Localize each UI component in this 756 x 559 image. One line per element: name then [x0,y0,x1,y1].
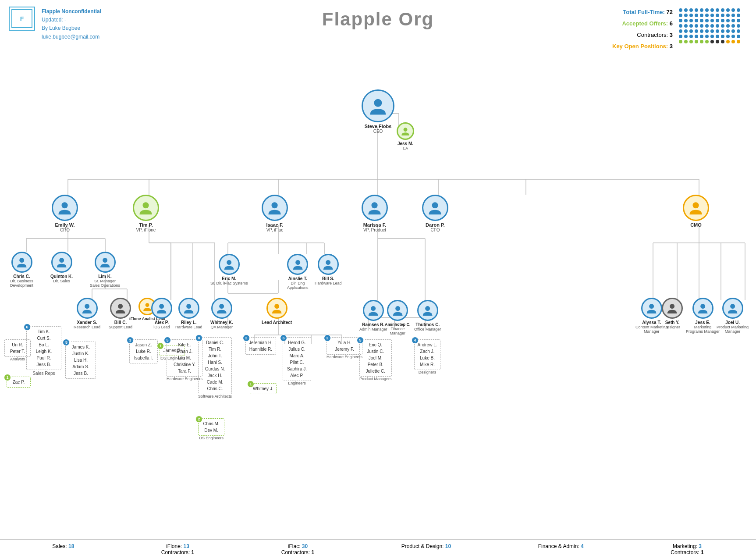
seth-y-node: Seth Y.Designer [662,298,683,329]
eric-m-node: Eric M.Sr. Dir. iFlac Systems [210,254,248,285]
svg-point-60 [731,29,735,33]
svg-point-81 [716,40,719,43]
svg-point-22 [721,14,724,17]
svg-point-70 [721,35,724,38]
riley-l-node: Riley L.Hardware Lead [175,298,202,329]
footer-finance: Finance & Admin: 4 [538,543,584,555]
svg-point-165 [274,304,279,309]
svg-point-164 [219,304,224,309]
ceo-node: Steve Flobs CEO [362,89,394,134]
daniel-box: 8 Daniel C.Tim R.John T.Hani S.Gurdas N.… [198,337,232,399]
dot-grid [677,7,747,48]
svg-point-145 [374,99,382,107]
svg-point-56 [710,29,714,33]
svg-point-23 [726,14,730,17]
svg-point-12 [731,8,735,12]
svg-point-50 [679,29,682,33]
svg-point-151 [432,203,438,209]
page-title: Flapple Org [322,9,434,30]
svg-point-83 [726,40,730,43]
sales-reps-box: 6 Tim K.Curt S.Bo L.Leigh K.Paul R.Jess … [26,326,96,379]
svg-point-48 [731,24,735,28]
jeremiah-box: 2 Jeremiah H.Hannible R. [245,337,276,355]
svg-point-57 [716,29,719,33]
logo: F [9,7,35,31]
svg-point-150 [372,203,378,209]
svg-point-79 [705,40,709,43]
svg-point-6 [700,8,703,12]
svg-point-156 [85,304,89,309]
svg-point-77 [695,40,698,43]
svg-point-67 [705,35,709,38]
lim-k-node: Lim K.Sr. ManagerSales Operations [90,252,120,288]
svg-point-59 [726,29,730,33]
svg-point-166 [371,306,376,311]
svg-point-40 [689,24,693,28]
svg-point-29 [695,19,698,22]
svg-point-20 [710,14,714,17]
ainslie-t-node: Ainslie T.Dir. EngApplications [287,254,309,290]
isaac-f-node: Isaac F.VP, iFlac [262,195,288,232]
jess-m-node: Jess M. EA [397,122,414,150]
tim-p-node: Tim P.VP, iFlone [133,195,159,232]
svg-point-14 [679,14,682,17]
joel-u-node: Joel U.Product MarketingManager [717,298,749,334]
svg-point-169 [649,304,654,309]
ramses-r-node: Ramses R.Admin Manager [359,300,387,331]
svg-point-36 [731,19,735,22]
svg-point-163 [326,260,330,265]
svg-point-147 [62,203,68,209]
designers-box: 4 Andrew L.Zach J.Luke B.Mike R. Designe… [414,339,440,375]
svg-point-54 [700,29,703,33]
svg-point-52 [689,29,693,33]
svg-point-69 [716,35,719,38]
svg-point-10 [721,8,724,12]
svg-point-155 [103,258,107,263]
svg-point-82 [721,40,724,43]
svg-point-167 [395,306,400,311]
svg-point-11 [726,8,730,12]
svg-point-75 [684,40,688,43]
svg-point-16 [689,14,693,17]
svg-point-7 [705,8,709,12]
svg-point-24 [731,14,735,17]
svg-point-157 [118,304,123,309]
svg-point-65 [695,35,698,38]
svg-point-63 [684,35,688,38]
svg-point-64 [689,35,693,38]
bill-c-node: Bill C.Support Lead [109,298,132,329]
svg-point-17 [695,14,698,17]
org-chart: Steve Flobs CEO Jess M. EA Emily W.CRO T… [0,54,756,554]
svg-point-76 [689,40,693,43]
svg-point-71 [726,35,730,38]
whitney-k-node: Whitney K.QA Manager [210,298,233,329]
svg-point-168 [425,306,430,311]
svg-point-32 [710,19,714,22]
svg-point-161 [227,260,231,265]
svg-point-31 [705,19,709,22]
svg-point-33 [716,19,719,22]
chris-m-box: 2 Chris M.Dev M. OS Engineers [198,418,224,441]
herod-box: 6 Herod G.Julius C.Marc A.Pilat C.Saphir… [283,337,311,386]
thutmos-c-node: Thutmos C.Office Manager [414,300,441,331]
svg-point-15 [684,14,688,17]
svg-point-58 [721,29,724,33]
svg-point-37 [737,19,740,22]
svg-point-4 [689,8,693,12]
chris-c-node: Chris C.Dir. BusinessDevelopment [10,252,33,288]
svg-point-62 [679,35,682,38]
svg-point-152 [693,203,699,209]
lead-architect-node: Lead Architect [262,298,292,325]
svg-point-41 [695,24,698,28]
hw-engineers-box: 5 Kile E.Ethan J.Lila M.Christine Y.Tara… [167,339,202,382]
svg-point-26 [679,19,682,22]
bill-s-node: Bill S.Hardware Lead [315,254,342,285]
footer-sales: Sales: 18 [52,543,74,555]
svg-point-162 [295,260,300,265]
svg-point-21 [716,14,719,17]
uri-peter-box: Uri R.Peter T. Analysts [4,339,31,361]
emily-w-node: Emily W.CRO [52,195,78,232]
svg-point-49 [737,24,740,28]
svg-point-153 [19,258,24,263]
svg-point-149 [272,203,278,209]
